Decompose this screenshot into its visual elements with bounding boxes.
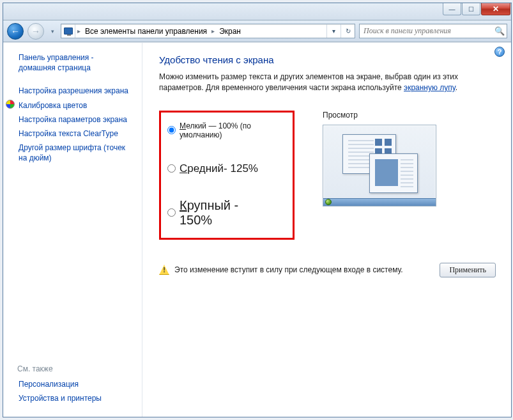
nav-bar: ← → ▾ ▸ Все элементы панели управления ▸… (3, 20, 511, 42)
breadcrumb-level2[interactable]: Экран (217, 27, 243, 36)
notice-left: Это изменение вступит в силу при следующ… (159, 265, 403, 275)
scale-options-highlight: Мелкий — 100% (по умолчанию) Средний- 12… (159, 111, 295, 240)
desc-text-post: . (456, 83, 457, 92)
shield-icon (6, 100, 15, 109)
sidebar-item-label: Калибровка цветов (19, 101, 87, 110)
body: ? Панель управления - домашняя страница … (3, 42, 511, 417)
search-input[interactable] (360, 26, 493, 36)
sidebar-link-cleartype[interactable]: Настройка текста ClearType (17, 127, 132, 141)
warning-icon (159, 265, 169, 275)
radio-large-label: Крупный - 150% (180, 198, 273, 228)
address-bar[interactable]: ▸ Все элементы панели управления ▸ Экран… (61, 24, 355, 38)
control-panel-window: — ☐ ✕ ← → ▾ ▸ Все элементы панели управл… (3, 3, 512, 417)
radio-large[interactable]: Крупный - 150% (167, 196, 273, 230)
sidebar: Панель управления - домашняя страница На… (3, 43, 142, 417)
sidebar-footer-personalization[interactable]: Персонализация (17, 377, 132, 391)
page-title: Удобство чтения с экрана (159, 54, 496, 65)
refresh-button[interactable]: ↻ (341, 24, 355, 38)
breadcrumb-level1[interactable]: Все элементы панели управления (82, 27, 210, 36)
radio-medium-input[interactable] (167, 164, 176, 173)
sidebar-link-dpi[interactable]: Другой размер шрифта (точек на дюйм) (17, 141, 132, 165)
sidebar-footer-devices[interactable]: Устройства и принтеры (17, 391, 132, 405)
preview-column: Просмотр (323, 111, 436, 206)
apply-button[interactable]: Применить (440, 263, 496, 277)
titlebar: — ☐ ✕ (3, 3, 511, 20)
sidebar-link-display-settings[interactable]: Настройка параметров экрана (17, 113, 132, 127)
forward-button[interactable]: → (27, 23, 44, 40)
breadcrumb-sep-icon: ▸ (210, 27, 217, 35)
radio-large-input[interactable] (167, 208, 176, 217)
sidebar-footer-header: См. также (17, 364, 132, 377)
history-dropdown[interactable]: ▾ (48, 25, 57, 38)
sidebar-home-link[interactable]: Панель управления - домашняя страница (17, 51, 132, 75)
radio-medium-label: Средний- 125% (180, 162, 258, 175)
minimize-button[interactable]: — (443, 3, 461, 15)
preview-label: Просмотр (323, 111, 436, 120)
window-buttons: — ☐ ✕ (442, 3, 510, 15)
preview-image (323, 125, 436, 206)
sidebar-link-resolution[interactable]: Настройка разрешения экрана (17, 84, 132, 98)
radio-small-label: Мелкий — 100% (по умолчанию) (180, 121, 273, 139)
search-icon[interactable]: 🔍 (493, 26, 507, 36)
back-button[interactable]: ← (7, 23, 24, 40)
maximize-button[interactable]: ☐ (462, 3, 480, 15)
preview-taskbar-icon (323, 198, 436, 206)
display-icon (61, 24, 75, 38)
scale-row: Мелкий — 100% (по умолчанию) Средний- 12… (159, 111, 496, 240)
page-description: Можно изменить размер текста и других эл… (159, 72, 491, 94)
preview-window-icon (369, 153, 418, 193)
main-content: Удобство чтения с экрана Можно изменить … (142, 43, 511, 417)
notice-row: Это изменение вступит в силу при следующ… (159, 263, 496, 277)
close-button[interactable]: ✕ (481, 3, 510, 15)
notice-text: Это изменение вступит в силу при следующ… (174, 265, 403, 274)
sidebar-link-calibration[interactable]: Калибровка цветов (17, 98, 132, 113)
breadcrumb-sep-icon: ▸ (75, 27, 82, 35)
preview-start-icon (325, 199, 332, 205)
radio-small-input[interactable] (167, 126, 176, 134)
search-box[interactable]: 🔍 (359, 24, 507, 38)
radio-medium[interactable]: Средний- 125% (167, 160, 273, 178)
radio-small[interactable]: Мелкий — 100% (по умолчанию) (167, 119, 273, 142)
magnifier-link[interactable]: экранную лупу (404, 83, 456, 92)
address-dropdown[interactable]: ▾ (326, 24, 341, 38)
